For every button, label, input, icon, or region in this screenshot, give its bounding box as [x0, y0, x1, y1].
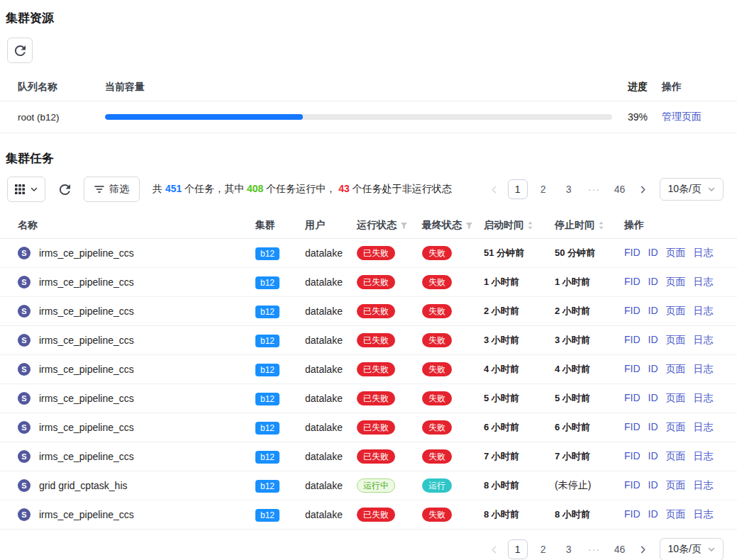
row-action-page[interactable]: 页面: [666, 421, 686, 434]
row-action-log[interactable]: 日志: [694, 421, 714, 434]
row-action-fid[interactable]: FID: [624, 450, 641, 463]
column-header-final-status: 最终状态: [422, 219, 484, 232]
task-table-row: S irms_ce_pipeline_ccs b12 datalake 已失败 …: [0, 384, 737, 413]
top-pagination-slot: 1 2 3 ··· 46 10条/页: [487, 178, 724, 201]
row-action-id[interactable]: ID: [648, 363, 658, 376]
row-action-fid[interactable]: FID: [624, 479, 641, 492]
row-action-fid[interactable]: FID: [624, 363, 641, 376]
task-count-not-running: 43: [338, 183, 350, 194]
task-name: irms_ce_pipeline_ccs: [39, 422, 134, 433]
tasks-refresh-button[interactable]: [54, 177, 75, 202]
row-action-log[interactable]: 日志: [694, 392, 714, 405]
bottom-pagination: 1 2 3 ··· 46 10条/页: [487, 538, 724, 560]
row-actions: FIDID页面日志: [624, 421, 730, 434]
stop-time: 2 小时前: [555, 305, 624, 318]
tasks-table: 名称 集群 用户 运行状态 最终状态 启动时间 停止时间: [0, 213, 737, 530]
row-action-log[interactable]: 日志: [694, 247, 714, 259]
start-time: 6 小时前: [484, 421, 555, 434]
row-action-id[interactable]: ID: [648, 247, 658, 259]
row-action-fid[interactable]: FID: [624, 305, 641, 318]
row-action-page[interactable]: 页面: [666, 334, 686, 347]
chevron-right-icon: [639, 186, 647, 194]
filter-funnel-icon[interactable]: [400, 222, 408, 230]
row-action-log[interactable]: 日志: [694, 508, 714, 521]
filter-lines-icon: [94, 184, 104, 194]
pagination-page-2[interactable]: 2: [533, 179, 553, 199]
pagination-page-1[interactable]: 1: [508, 539, 528, 559]
row-action-id[interactable]: ID: [648, 421, 658, 434]
row-action-page[interactable]: 页面: [666, 276, 686, 289]
row-action-page[interactable]: 页面: [666, 363, 686, 376]
row-action-id[interactable]: ID: [648, 305, 658, 318]
pagination-ellipsis[interactable]: ···: [584, 539, 604, 559]
row-action-page[interactable]: 页面: [666, 508, 686, 521]
task-table-row: S irms_ce_pipeline_ccs b12 datalake 已失败 …: [0, 326, 737, 355]
task-user: datalake: [305, 451, 343, 462]
row-action-fid[interactable]: FID: [624, 508, 641, 521]
resource-row: root (b12) 39% 管理页面: [0, 101, 737, 133]
pagination-next-button[interactable]: [636, 539, 651, 559]
task-table-row: S irms_ce_pipeline_ccs b12 datalake 已失败 …: [0, 500, 737, 530]
column-header-user: 用户: [305, 219, 357, 232]
row-action-fid[interactable]: FID: [624, 392, 641, 405]
pagination-ellipsis[interactable]: ···: [584, 179, 604, 199]
row-action-id[interactable]: ID: [648, 276, 658, 289]
row-action-id[interactable]: ID: [648, 479, 658, 492]
row-actions: FIDID页面日志: [624, 305, 730, 318]
pagination-page-last[interactable]: 46: [610, 179, 630, 199]
row-action-page[interactable]: 页面: [666, 479, 686, 492]
row-action-log[interactable]: 日志: [694, 479, 714, 492]
page-size-select[interactable]: 10条/页: [660, 538, 724, 560]
task-name: irms_ce_pipeline_ccs: [39, 276, 134, 288]
task-user: datalake: [305, 393, 343, 404]
pagination-page-1[interactable]: 1: [508, 179, 528, 199]
app-type-avatar: S: [18, 363, 31, 376]
row-action-id[interactable]: ID: [648, 392, 658, 405]
sort-icon[interactable]: [527, 220, 533, 230]
final-status-badge: 运行: [422, 478, 452, 493]
pagination-page-3[interactable]: 3: [559, 179, 579, 199]
progress-fill: [105, 114, 303, 120]
pagination-page-2[interactable]: 2: [533, 539, 553, 559]
row-action-page[interactable]: 页面: [666, 247, 686, 259]
summary-text: 共: [153, 183, 165, 194]
tasks-toolbar: 筛选 共 451 个任务，其中 408 个任务运行中， 43 个任务处于非运行状…: [7, 177, 724, 202]
pagination-next-button[interactable]: [636, 179, 651, 199]
pagination-page-last[interactable]: 46: [610, 539, 630, 559]
row-action-log[interactable]: 日志: [694, 305, 714, 318]
sort-icon[interactable]: [598, 220, 604, 230]
row-action-id[interactable]: ID: [648, 334, 658, 347]
resources-refresh-button[interactable]: [7, 38, 33, 63]
summary-text: 个任务处于非运行状态: [350, 183, 452, 194]
pagination-prev-button[interactable]: [487, 179, 502, 199]
row-actions: FIDID页面日志: [624, 479, 730, 492]
row-action-fid[interactable]: FID: [624, 276, 641, 289]
row-action-fid[interactable]: FID: [624, 334, 641, 347]
run-status-badge: 已失败: [357, 449, 395, 464]
row-action-id[interactable]: ID: [648, 450, 658, 463]
row-action-log[interactable]: 日志: [694, 363, 714, 376]
page-size-select[interactable]: 10条/页: [660, 178, 724, 201]
row-action-log[interactable]: 日志: [694, 334, 714, 347]
row-actions: FIDID页面日志: [624, 276, 730, 289]
start-time: 7 小时前: [484, 450, 555, 463]
row-action-id[interactable]: ID: [648, 508, 658, 521]
pagination-page-3[interactable]: 3: [559, 539, 579, 559]
app-type-avatar: S: [18, 247, 31, 259]
page-size-value: 10条/页: [668, 543, 702, 556]
row-action-page[interactable]: 页面: [666, 305, 686, 318]
row-action-page[interactable]: 页面: [666, 392, 686, 405]
column-layout-dropdown-button[interactable]: [7, 177, 45, 202]
run-status-badge: 已失败: [357, 508, 395, 522]
row-action-page[interactable]: 页面: [666, 450, 686, 463]
row-action-fid[interactable]: FID: [624, 247, 641, 259]
manage-page-link[interactable]: 管理页面: [662, 111, 723, 123]
row-action-log[interactable]: 日志: [694, 450, 714, 463]
pagination-prev-button[interactable]: [487, 539, 502, 559]
filter-funnel-icon[interactable]: [465, 222, 473, 230]
row-action-log[interactable]: 日志: [694, 276, 714, 289]
filter-button[interactable]: 筛选: [84, 177, 140, 202]
run-status-badge: 已失败: [357, 246, 395, 260]
column-header-stop-time: 停止时间: [555, 219, 624, 232]
row-action-fid[interactable]: FID: [624, 421, 641, 434]
